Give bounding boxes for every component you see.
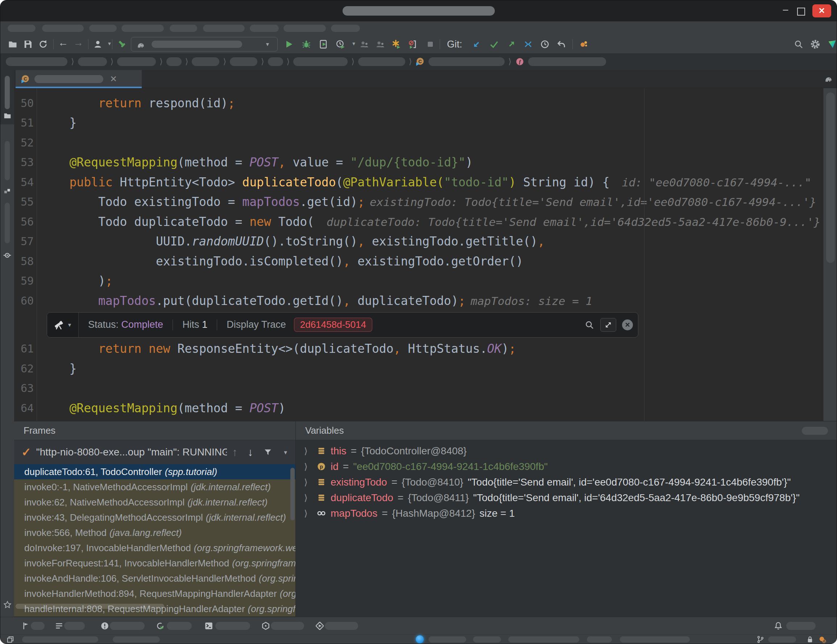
expand-chevron-icon[interactable]: ⟩	[304, 462, 312, 472]
variable-row[interactable]: ⟩pid="ee0d7080-c167-4994-9241-1c4b6fe390…	[296, 459, 837, 474]
menu-item-redacted[interactable]	[42, 25, 84, 32]
editor-scrollbar[interactable]	[823, 88, 837, 421]
variable-row[interactable]: ⟩existingTodo={Todo@8410}"Todo{title='Se…	[296, 474, 837, 490]
tool-window-label-redacted[interactable]	[64, 622, 85, 630]
frame-row[interactable]: invokeHandlerMethod:894, RequestMappingH…	[14, 586, 295, 601]
stripe-button-redacted[interactable]	[5, 141, 10, 180]
previous-frame-icon[interactable]: ↑	[232, 446, 238, 458]
save-icon[interactable]	[23, 39, 33, 49]
menu-item-redacted[interactable]	[203, 25, 245, 32]
variable-row[interactable]: ⟩this={TodoController@8408}	[296, 443, 837, 459]
run-configuration-combo[interactable]: ▼	[131, 37, 278, 51]
todo-list-icon[interactable]	[54, 621, 64, 631]
git-commit-icon[interactable]	[489, 39, 499, 49]
notifications-bell-icon[interactable]	[773, 621, 783, 631]
variable-row[interactable]: ⟩mapTodos={HashMap@8412}size = 1	[296, 506, 837, 521]
menu-item-redacted[interactable]	[331, 25, 360, 32]
code-line[interactable]: 56 Todo duplicateTodo = new Todo( duplic…	[14, 212, 823, 232]
gradle-elephant-icon[interactable]	[824, 74, 834, 84]
stripe-button-redacted[interactable]	[5, 203, 10, 243]
breadcrumb-item-redacted[interactable]	[358, 57, 405, 66]
code-line[interactable]: 58 existingTodo.isCompleted(), existingT…	[14, 251, 823, 271]
frame-row[interactable]: invoke:566, Method(java.lang.reflect)	[14, 525, 295, 540]
build-hammer-icon[interactable]	[117, 39, 127, 49]
expand-chevron-icon[interactable]: ⟩	[304, 477, 312, 487]
debug-icon[interactable]	[301, 39, 311, 49]
terminal-icon[interactable]	[204, 621, 213, 631]
user-icon[interactable]	[93, 39, 103, 49]
frame-row[interactable]: invokeForRequest:141, InvocableHandlerMe…	[14, 555, 295, 571]
git-merge-icon[interactable]	[523, 39, 533, 49]
frame-row[interactable]: duplicateTodo:61, TodoController(spp.tut…	[14, 464, 295, 480]
expand-icon[interactable]	[600, 318, 616, 332]
structure-icon[interactable]	[3, 187, 11, 196]
tool-window-label-redacted[interactable]	[215, 622, 250, 630]
breadcrumb-item-redacted[interactable]	[6, 57, 67, 66]
code-line[interactable]: 52	[14, 133, 823, 153]
breadcrumb-item-redacted[interactable]	[117, 57, 156, 66]
tool-window-label-redacted[interactable]	[110, 622, 144, 630]
sync-icon[interactable]	[38, 39, 48, 49]
breadcrumb-item-redacted[interactable]	[166, 57, 182, 66]
code-line[interactable]: 61 return new ResponseEntity<>(duplicate…	[14, 339, 823, 359]
tab-close-icon[interactable]: ✕	[110, 74, 117, 84]
status-widget-redacted[interactable]	[768, 636, 796, 642]
tool-window-label-redacted[interactable]	[325, 622, 358, 630]
code-line[interactable]: 64 @RequestMapping(method = POST)	[14, 398, 823, 418]
thread-selector[interactable]: ✓ "http-nio-8080-exe...oup "main": RUNNI…	[14, 440, 295, 464]
close-button[interactable]: ✕	[812, 4, 831, 17]
code-editor[interactable]: 50 return respond(id);51 }5253 @RequestM…	[14, 88, 837, 421]
run-icon[interactable]	[284, 39, 294, 49]
stripe-button-redacted[interactable]	[5, 76, 10, 109]
menu-item-redacted[interactable]	[121, 25, 164, 32]
tool-window-label-redacted[interactable]	[167, 622, 192, 630]
frame-row[interactable]: doInvoke:197, InvocableHandlerMethod(org…	[14, 540, 295, 555]
rerun-icon[interactable]	[391, 39, 401, 49]
problems-icon[interactable]	[100, 621, 110, 631]
status-widget-redacted[interactable]	[428, 636, 466, 642]
code-line[interactable]: 60 mapTodos.put(duplicateTodo.getId(), d…	[14, 291, 823, 311]
menu-item-redacted[interactable]	[8, 25, 36, 32]
editor-tab[interactable]: C ✕	[16, 70, 142, 88]
endpoints-icon[interactable]	[261, 621, 271, 631]
caret-icon[interactable]: ▼	[104, 41, 115, 46]
frame-row[interactable]: invoke:62, NativeMethodAccessorImpl(jdk.…	[14, 495, 295, 510]
git-push-icon[interactable]	[506, 39, 517, 49]
variable-row[interactable]: ⟩duplicateTodo={Todo@8411}"Todo{title='S…	[296, 490, 837, 506]
tool-window-label-redacted[interactable]	[271, 622, 304, 630]
frames-scrollbar-thumb[interactable]	[290, 468, 295, 520]
filter-funnel-icon[interactable]	[263, 447, 272, 457]
breadcrumb-item-redacted[interactable]	[528, 57, 606, 66]
expand-chevron-icon[interactable]: ⟩	[304, 493, 312, 503]
gradle-gear-icon[interactable]	[818, 635, 827, 644]
expand-chevron-icon[interactable]: ⟩	[304, 508, 312, 519]
code-line[interactable]: 59 );	[14, 271, 823, 291]
menu-item-redacted[interactable]	[170, 25, 197, 32]
frames-hscrollbar-thumb[interactable]	[16, 604, 164, 609]
code-line[interactable]: 63	[14, 379, 823, 399]
debugger-flag-icon[interactable]	[21, 621, 30, 631]
open-folder-icon[interactable]	[8, 39, 18, 49]
breadcrumb-item-redacted[interactable]	[268, 57, 283, 66]
coverage-icon[interactable]	[318, 39, 329, 49]
code-line[interactable]: 53 @RequestMapping(method = POST, value …	[14, 153, 823, 172]
chevron-down-icon[interactable]: ▼	[283, 449, 288, 455]
code-line[interactable]: 50 return respond(id);	[14, 93, 823, 113]
toolbox-icon[interactable]	[827, 39, 837, 49]
menu-item-redacted[interactable]	[250, 25, 279, 32]
git-history-icon[interactable]	[540, 39, 550, 49]
status-widget-redacted[interactable]	[113, 636, 160, 642]
restart-icon[interactable]	[156, 621, 165, 631]
frame-row[interactable]: invoke0:-1, NativeMethodAccessorImpl(jdk…	[14, 480, 295, 495]
code-line[interactable]: 54 public HttpEntity<Todo> duplicateTodo…	[14, 172, 823, 192]
frame-row[interactable]: invokeAndHandle:106, ServletInvocableHan…	[14, 571, 295, 586]
commit-target-icon[interactable]	[3, 251, 12, 260]
favorites-star-icon[interactable]	[3, 600, 12, 609]
detach-icon[interactable]	[408, 39, 418, 49]
breadcrumb-item-redacted[interactable]	[192, 57, 219, 66]
code-line[interactable]: 55 Todo existingTodo = mapTodos.get(id);…	[14, 192, 823, 212]
git-branch-icon[interactable]	[756, 635, 765, 644]
breadcrumb-item-redacted[interactable]	[293, 57, 348, 66]
collaboration-icon[interactable]	[579, 39, 589, 49]
attach-profiler-icon[interactable]	[375, 39, 385, 49]
